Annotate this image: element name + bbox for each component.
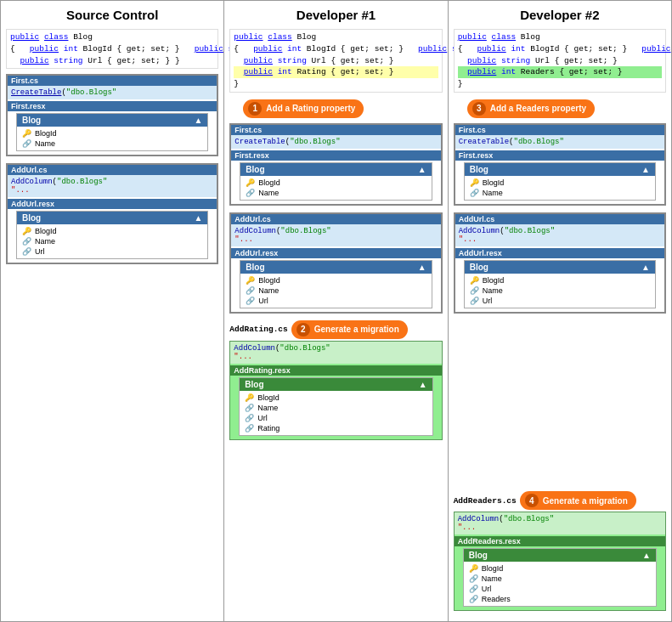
source-addurl-label: AddUrl.cs	[8, 165, 217, 175]
dev1-first-entity-box: Blog ▲ 🔑BlogId 🔗Name	[240, 162, 432, 201]
source-first-resx-label: First.resx	[8, 101, 217, 111]
callout-3: 3 Add a Readers property	[467, 99, 595, 118]
dev2-addreaders-filename: AddReaders.cs	[454, 496, 517, 506]
dev1-addurl-entity-box: Blog ▲ 🔑BlogId 🔗Name 🔗Url	[240, 260, 432, 308]
callout-4-num: 4	[525, 494, 539, 507]
dev1-addrating-entity-box: Blog ▲ 🔑BlogId 🔗Name 🔗Url 🔗Rating	[239, 377, 432, 436]
developer2-header: Developer #2	[454, 8, 666, 22]
developer2-column: Developer #2 public class Blog { public …	[449, 1, 671, 621]
dev2-addreaders-diagram: AddColumn("dbo.Blogs" "... AddReaders.re…	[454, 512, 666, 611]
callout-1: 1 Add a Rating property	[243, 99, 364, 118]
dev2-migration-section: AddReaders.cs 4 Generate a migration Add…	[454, 491, 666, 614]
developer1-column: Developer #1 public class Blog { public …	[224, 1, 448, 621]
dev2-first-entity-box: Blog ▲ 🔑BlogId 🔗Name	[464, 162, 656, 201]
dev1-addrating-diagram: AddColumn("dbo.Blogs" "... AddRating.res…	[229, 341, 442, 440]
callout-4-text: Generate a migration	[543, 496, 628, 506]
callout-1-num: 1	[248, 102, 262, 116]
source-control-header: Source Control	[6, 8, 218, 22]
developer1-code: public class Blog { public int BlogId { …	[229, 29, 442, 93]
callout-4: 4 Generate a migration	[520, 491, 636, 510]
dev1-addrating-resx-label: AddRating.resx	[230, 365, 441, 376]
developer2-code: public class Blog { public int BlogId { …	[454, 29, 666, 93]
source-addurl-entity-box: Blog ▲ 🔑BlogId 🔗Name 🔗Url	[16, 211, 208, 259]
dev2-addurl-resx-label: AddUrl.resx	[455, 248, 664, 258]
dev2-addurl-entity-box: Blog ▲ 🔑BlogId 🔗Name 🔗Url	[464, 260, 656, 308]
callout-2: 2 Generate a migration	[291, 320, 408, 339]
source-control-column: Source Control public class Blog { publi…	[1, 1, 224, 621]
main-container: Source Control public class Blog { publi…	[0, 0, 672, 622]
dev1-first-label: First.cs	[231, 125, 440, 135]
callout-2-num: 2	[296, 323, 310, 336]
dev1-addurl-diagram: AddUrl.cs AddColumn("dbo.Blogs" "... Add…	[229, 212, 442, 314]
callout-2-text: Generate a migration	[314, 325, 399, 334]
dev1-addurl-label: AddUrl.cs	[231, 214, 440, 224]
dev2-addurl-diagram: AddUrl.cs AddColumn("dbo.Blogs" "... Add…	[454, 212, 666, 314]
source-addurl-diagram: AddUrl.cs AddColumn("dbo.Blogs" "... Add…	[6, 163, 218, 264]
source-first-diagram: First.cs CreateTable("dbo.Blogs" First.r…	[6, 74, 218, 156]
dev2-addurl-label: AddUrl.cs	[455, 214, 664, 224]
source-first-entity-box: Blog ▲ 🔑BlogId 🔗Name	[16, 113, 208, 151]
source-control-code: public class Blog { public int BlogId { …	[6, 29, 218, 69]
callout-1-text: Add a Rating property	[266, 104, 355, 113]
dev2-first-resx-label: First.resx	[455, 150, 664, 161]
dev2-first-diagram: First.cs CreateTable("dbo.Blogs" First.r…	[454, 123, 666, 206]
developer1-header: Developer #1	[229, 8, 442, 22]
source-addurl-resx-label: AddUrl.resx	[8, 199, 217, 209]
dev1-first-diagram: First.cs CreateTable("dbo.Blogs" First.r…	[229, 123, 442, 206]
dev2-addreaders-resx-label: AddReaders.resx	[455, 536, 665, 546]
dev2-addreaders-entity-box: Blog ▲ 🔑BlogId 🔗Name 🔗Url 🔗Readers	[463, 548, 657, 607]
dev1-addrating-filename: AddRating.cs	[229, 325, 287, 334]
dev1-addurl-resx-label: AddUrl.resx	[231, 248, 440, 258]
callout-3-text: Add a Readers property	[490, 104, 586, 113]
source-first-label: First.cs	[8, 76, 217, 86]
callout-3-num: 3	[472, 102, 486, 116]
dev1-first-resx-label: First.resx	[231, 150, 440, 161]
dev1-migration-section: AddRating.cs 2 Generate a migration AddC…	[229, 320, 442, 444]
dev2-first-label: First.cs	[455, 125, 664, 135]
dev2-spacer	[454, 320, 666, 491]
